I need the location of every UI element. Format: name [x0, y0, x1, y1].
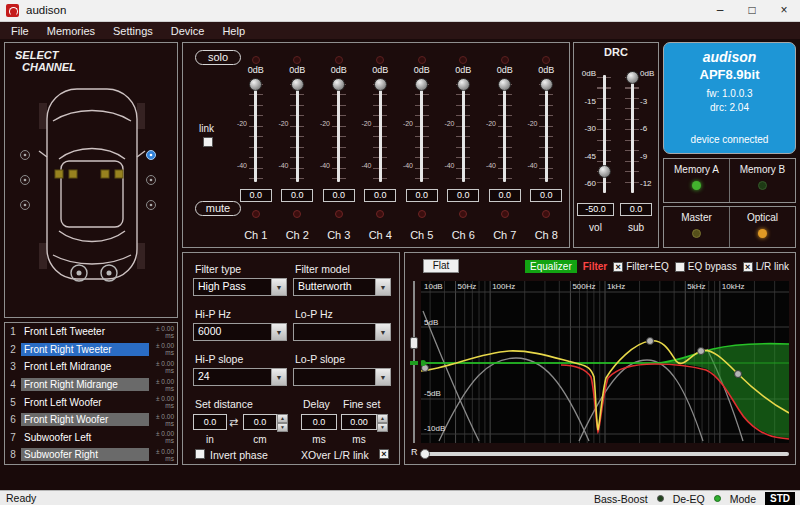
solo-led[interactable] — [376, 56, 384, 64]
drc-sub-fader[interactable] — [626, 73, 638, 195]
fader-value[interactable]: 0.0 — [447, 189, 479, 202]
minimize-icon[interactable]: – — [704, 0, 736, 22]
mute-led[interactable] — [252, 210, 260, 218]
memory-b[interactable]: Memory B — [729, 159, 795, 202]
channel-row[interactable]: 5Front Left Woofer± 0.00 ms — [5, 393, 177, 411]
drc-sub-knob[interactable] — [626, 71, 639, 84]
channel-fader[interactable]: -20-40 — [360, 80, 402, 184]
fader-value[interactable]: 0.0 — [489, 189, 521, 202]
eq-horizontal-scrollbar[interactable] — [421, 449, 789, 459]
distance-stepper[interactable]: ▲ ▼ — [277, 414, 288, 430]
channel-fader[interactable]: -20-40 — [443, 80, 485, 184]
eq-gain-slider-handle[interactable] — [410, 337, 418, 349]
drc-vol-knob[interactable] — [598, 165, 611, 178]
right-speaker-selectors[interactable] — [147, 151, 156, 210]
channel-fader[interactable]: -20-40 — [318, 80, 360, 184]
link-checkbox[interactable] — [203, 137, 213, 147]
channel-row[interactable]: 2Front Right Tweeter± 0.00 ms — [5, 341, 177, 359]
solo-led[interactable] — [418, 56, 426, 64]
hip-slope-select[interactable]: 24 ▼ — [193, 368, 287, 386]
lop-slope-select[interactable]: ▼ — [293, 368, 391, 386]
mute-led[interactable] — [293, 210, 301, 218]
optical-input[interactable]: Optical — [729, 207, 795, 247]
mute-led[interactable] — [459, 210, 467, 218]
channel-fader[interactable]: -20-40 — [277, 80, 319, 184]
mute-led[interactable] — [501, 210, 509, 218]
eq-gain-slider[interactable] — [409, 281, 419, 443]
fader-knob[interactable] — [291, 78, 304, 91]
fineset-field[interactable]: 0.00 — [341, 414, 377, 430]
channel-fader[interactable]: -20-40 — [401, 80, 443, 184]
delay-field[interactable]: 0.0 — [301, 414, 337, 430]
fader-value[interactable]: 0.0 — [240, 189, 272, 202]
menu-item-settings[interactable]: Settings — [104, 25, 162, 37]
channel-row[interactable]: 8Subwoofer Right± 0.00 ms — [5, 446, 177, 464]
chevron-down-icon[interactable]: ▼ — [375, 324, 390, 340]
eq-bypass-checkbox[interactable] — [675, 262, 685, 272]
channel-row[interactable]: 3Front Left Midrange± 0.00 ms — [5, 358, 177, 376]
channel-fader[interactable]: -20-40 — [484, 80, 526, 184]
chevron-down-icon[interactable]: ▼ — [375, 369, 390, 385]
flat-button[interactable]: Flat — [423, 259, 459, 273]
fader-knob[interactable] — [374, 78, 387, 91]
maximize-icon[interactable]: □ — [736, 0, 768, 22]
solo-led[interactable] — [293, 56, 301, 64]
channel-row[interactable]: 1Front Left Tweeter± 0.00 ms — [5, 323, 177, 341]
fader-value[interactable]: 0.0 — [281, 189, 313, 202]
chevron-down-icon[interactable]: ▼ — [375, 279, 390, 295]
eq-hscroll-handle[interactable] — [420, 449, 430, 459]
equalizer-badge[interactable]: Equalizer — [525, 260, 577, 273]
drc-sub-value[interactable]: 0.0 — [620, 203, 652, 216]
filter-type-select[interactable]: High Pass ▼ — [193, 278, 287, 296]
solo-led[interactable] — [252, 56, 260, 64]
invert-phase-checkbox[interactable] — [195, 449, 205, 459]
channel-fader[interactable]: -20-40 — [235, 80, 277, 184]
solo-led[interactable] — [542, 56, 550, 64]
eq-graph[interactable]: 50Hz100Hz500Hz1kHz5kHz10kHz10dB5dB-5dB-1… — [421, 281, 789, 443]
menu-item-file[interactable]: File — [2, 25, 38, 37]
menu-item-help[interactable]: Help — [213, 25, 254, 37]
eq-hscroll-track[interactable] — [426, 452, 789, 456]
solo-led[interactable] — [459, 56, 467, 64]
mute-led[interactable] — [335, 210, 343, 218]
fader-value[interactable]: 0.0 — [364, 189, 396, 202]
fader-value[interactable]: 0.0 — [323, 189, 355, 202]
menu-item-memories[interactable]: Memories — [38, 25, 104, 37]
memory-a[interactable]: Memory A — [664, 159, 729, 202]
left-speaker-selectors[interactable] — [21, 151, 30, 210]
fader-value[interactable]: 0.0 — [530, 189, 562, 202]
mute-led[interactable] — [418, 210, 426, 218]
master-input[interactable]: Master — [664, 207, 729, 247]
xover-link-checkbox[interactable]: × — [379, 449, 389, 459]
mode-value-badge[interactable]: STD — [765, 492, 795, 505]
drc-vol-fader[interactable] — [598, 73, 610, 195]
channel-fader[interactable]: -20-40 — [526, 80, 568, 184]
door-speaker-icons[interactable] — [55, 170, 123, 178]
fader-value[interactable]: 0.0 — [406, 189, 438, 202]
filter-model-select[interactable]: Butterworth ▼ — [293, 278, 391, 296]
filter-badge[interactable]: Filter — [583, 261, 607, 272]
channel-row[interactable]: 7Subwoofer Left± 0.00 ms — [5, 429, 177, 447]
lop-hz-select[interactable]: ▼ — [293, 323, 391, 341]
chevron-down-icon[interactable]: ▼ — [271, 279, 286, 295]
solo-led[interactable] — [501, 56, 509, 64]
stepper-up-icon[interactable]: ▲ — [277, 414, 288, 423]
hip-hz-select[interactable]: 6000 ▼ — [193, 323, 287, 341]
channel-row[interactable]: 4Front Right Midrange± 0.00 ms — [5, 376, 177, 394]
distance-cm-field[interactable]: 0.0 — [243, 414, 277, 430]
fineset-stepper[interactable]: ▲ ▼ — [377, 414, 388, 430]
chevron-down-icon[interactable]: ▼ — [271, 369, 286, 385]
menu-item-device[interactable]: Device — [162, 25, 214, 37]
chevron-down-icon[interactable]: ▼ — [271, 324, 286, 340]
mute-led[interactable] — [376, 210, 384, 218]
distance-in-field[interactable]: 0.0 — [193, 414, 227, 430]
drc-vol-value[interactable]: -50.0 — [577, 203, 614, 216]
lr-link-checkbox[interactable]: × — [743, 262, 753, 272]
solo-led[interactable] — [335, 56, 343, 64]
fader-knob[interactable] — [540, 78, 553, 91]
stepper-down-icon[interactable]: ▼ — [377, 423, 388, 432]
swap-units-icon[interactable]: ⇄ — [229, 416, 238, 429]
fader-knob[interactable] — [457, 78, 470, 91]
channel-row[interactable]: 6Front Right Woofer± 0.00 ms — [5, 411, 177, 429]
stepper-down-icon[interactable]: ▼ — [277, 423, 288, 432]
